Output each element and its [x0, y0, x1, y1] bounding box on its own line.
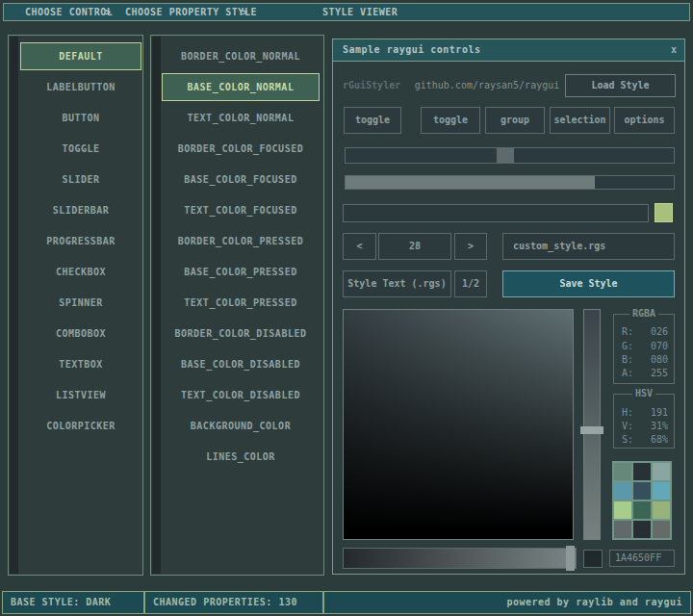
text-input[interactable] [343, 204, 649, 222]
menu-item-choose-control: CHOOSE CONTROL [25, 4, 113, 20]
control-item-progressbar[interactable]: PROGRESSBAR [20, 227, 141, 255]
filename-input[interactable]: custom_style.rgs [502, 233, 675, 260]
save-style-button[interactable]: Save Style [502, 270, 675, 297]
slider-handle[interactable] [497, 148, 514, 163]
hsv-s-label: S: [622, 434, 633, 445]
color-swatch[interactable] [633, 463, 651, 480]
color-swatch[interactable] [653, 521, 670, 538]
menu-item-choose-property-style: CHOOSE PROPERTY STYLE [125, 4, 257, 20]
control-item-spinner[interactable]: SPINNER [20, 289, 141, 317]
property-item-border-color-normal[interactable]: BORDER_COLOR_NORMAL [162, 42, 320, 70]
window-title: Sample raygui controls [343, 39, 480, 61]
repo-link[interactable]: github.com/raysan5/raygui [410, 74, 564, 97]
control-item-checkbox[interactable]: CHECKBOX [20, 258, 141, 286]
alpha-slider[interactable] [343, 548, 577, 569]
color-swatch[interactable] [633, 482, 651, 500]
color-swatch[interactable] [633, 501, 651, 519]
color-swatch[interactable] [614, 463, 631, 480]
hsv-h-value: 191 [651, 407, 668, 418]
hue-slider[interactable] [583, 309, 601, 540]
toggle-group-item-group[interactable]: group [485, 107, 545, 134]
property-item-border-color-disabled[interactable]: BORDER_COLOR_DISABLED [162, 320, 320, 347]
status-powered-by: powered by raylib and raygui [323, 591, 691, 614]
app-name-label: rGuiStyler [343, 74, 400, 97]
load-style-button[interactable]: Load Style [565, 74, 676, 97]
controls-scrollbar[interactable] [10, 37, 18, 574]
rgba-title: RGBA [629, 308, 658, 319]
controls-list-panel: DEFAULT LABELBUTTON BUTTON TOGGLE SLIDER… [8, 35, 143, 576]
hue-slider-handle[interactable] [580, 426, 603, 434]
spinner-value[interactable]: 28 [378, 233, 451, 260]
property-item-border-color-pressed[interactable]: BORDER_COLOR_PRESSED [162, 227, 320, 255]
property-item-lines-color[interactable]: LINES_COLOR [162, 443, 320, 471]
property-item-text-color-normal[interactable]: TEXT_COLOR_NORMAL [162, 104, 320, 132]
properties-list-panel: BORDER_COLOR_NORMAL BASE_COLOR_NORMAL TE… [150, 35, 324, 576]
control-item-slider[interactable]: SLIDER [20, 166, 141, 193]
alpha-slider-handle[interactable] [566, 546, 575, 571]
property-item-base-color-pressed[interactable]: BASE_COLOR_PRESSED [162, 258, 320, 286]
slider[interactable] [345, 147, 675, 164]
property-item-base-color-disabled[interactable]: BASE_COLOR_DISABLED [162, 350, 320, 378]
toggle-group-item-selection[interactable]: selection [550, 107, 610, 134]
control-item-default[interactable]: DEFAULT [20, 42, 141, 70]
property-item-background-color[interactable]: BACKGROUND_COLOR [162, 412, 320, 440]
window-titlebar[interactable]: Sample raygui controls x [333, 39, 684, 62]
rgba-b-label: B: [622, 354, 633, 365]
color-swatch[interactable] [614, 521, 631, 538]
color-panel[interactable] [343, 309, 574, 540]
rgba-a-label: A: [622, 368, 633, 378]
color-swatch[interactable] [614, 482, 631, 500]
color-swatch[interactable] [653, 482, 670, 500]
control-item-colorpicker[interactable]: COLORPICKER [20, 412, 141, 440]
control-item-toggle[interactable]: TOGGLE [20, 135, 141, 163]
rgba-g-value: 070 [651, 341, 668, 351]
hsv-s-value: 68% [651, 434, 668, 445]
hsv-h-label: H: [622, 407, 633, 418]
style-text-button[interactable]: Style Text (.rgs) [343, 270, 451, 297]
hsv-groupbox: HSV H:191 V:31% S:68% [613, 394, 675, 449]
color-accent-box[interactable] [654, 203, 673, 222]
rgba-r-value: 026 [651, 326, 668, 337]
status-base-style: BASE STYLE: DARK [2, 591, 144, 614]
control-item-textbox[interactable]: TEXTBOX [20, 350, 141, 378]
property-item-text-color-focused[interactable]: TEXT_COLOR_FOCUSED [162, 196, 320, 224]
property-item-base-color-focused[interactable]: BASE_COLOR_FOCUSED [162, 166, 320, 193]
color-swatch[interactable] [633, 521, 651, 538]
rgba-groupbox: RGBA R:026 G:070 B:080 A:255 [613, 314, 675, 384]
rgba-r-label: R: [622, 326, 633, 337]
hex-color-input[interactable]: 1A4650FF [609, 550, 675, 567]
progress-fill [346, 176, 595, 189]
color-swatch[interactable] [653, 463, 670, 480]
breadcrumb-separator-icon: > [242, 4, 248, 20]
control-item-button[interactable]: BUTTON [20, 104, 141, 132]
close-icon[interactable]: x [671, 39, 677, 61]
color-swatch[interactable] [614, 501, 631, 519]
property-item-border-color-focused[interactable]: BORDER_COLOR_FOCUSED [162, 135, 320, 163]
menu-item-style-viewer: STYLE VIEWER [322, 4, 398, 20]
rgba-g-label: G: [622, 341, 633, 351]
color-swatch[interactable] [653, 501, 670, 519]
status-changed-properties: CHANGED PROPERTIES: 130 [144, 591, 323, 614]
properties-scrollbar[interactable] [152, 37, 161, 574]
color-preview-box [583, 550, 603, 568]
sample-window: Sample raygui controls x rGuiStyler gith… [332, 38, 685, 575]
hsv-v-value: 31% [651, 421, 668, 431]
control-item-combobox[interactable]: COMBOBOX [20, 320, 141, 347]
hsv-v-label: V: [622, 421, 633, 431]
page-toggle-button[interactable]: 1/2 [454, 270, 487, 297]
hsv-title: HSV [632, 388, 655, 398]
rgba-a-value: 255 [651, 368, 668, 378]
color-swatches-grid [612, 461, 672, 540]
control-item-labelbutton[interactable]: LABELBUTTON [20, 73, 141, 101]
control-item-sliderbar[interactable]: SLIDERBAR [20, 196, 141, 224]
progress-bar [345, 175, 675, 190]
spinner-decrement-button[interactable]: < [343, 233, 376, 260]
control-item-listview[interactable]: LISTVIEW [20, 381, 141, 409]
toggle-group-item-options[interactable]: options [614, 107, 675, 134]
toggle-group-item-toggle[interactable]: toggle [421, 107, 480, 134]
spinner-increment-button[interactable]: > [454, 233, 487, 260]
property-item-text-color-disabled[interactable]: TEXT_COLOR_DISABLED [162, 381, 320, 409]
property-item-text-color-pressed[interactable]: TEXT_COLOR_PRESSED [162, 289, 320, 317]
property-item-base-color-normal[interactable]: BASE_COLOR_NORMAL [162, 73, 320, 101]
toggle-button[interactable]: toggle [344, 107, 401, 134]
